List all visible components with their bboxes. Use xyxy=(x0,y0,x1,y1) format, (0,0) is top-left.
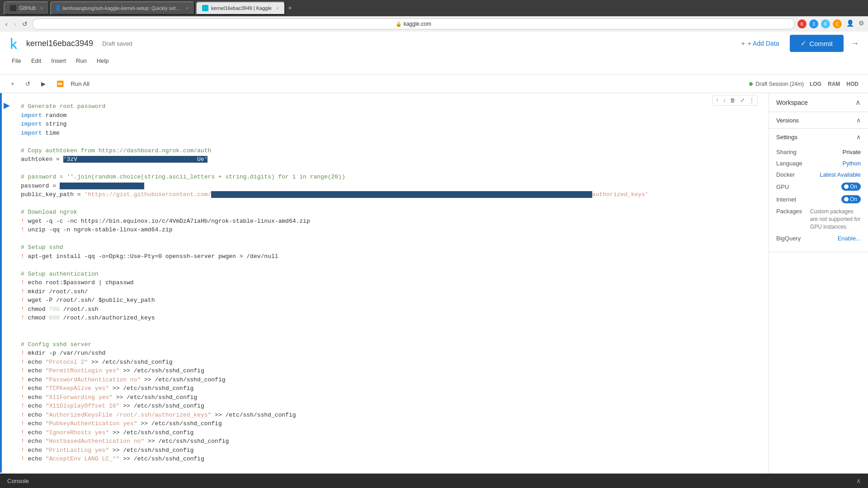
gpu-toggle-dot xyxy=(844,184,849,189)
code-line: ! echo "AuthorizedKeysFile /root/.ssh/au… xyxy=(21,411,761,420)
settings-icon[interactable]: ⚙ xyxy=(859,19,864,28)
menu-help[interactable]: Help xyxy=(92,56,113,66)
code-line xyxy=(21,323,761,332)
gpu-value: On xyxy=(850,183,857,190)
fast-forward-button[interactable]: ⏩ xyxy=(53,79,67,89)
code-editor[interactable]: # Generate root password import random i… xyxy=(14,97,769,469)
console-bar[interactable]: Console ∧ xyxy=(0,474,868,488)
tab-article[interactable]: lamhoangtung/ssh-kaggle-kernel-setup: Qu… xyxy=(50,1,195,15)
ext-icon-2[interactable]: 3 xyxy=(809,19,818,28)
log-button[interactable]: LOG xyxy=(807,80,824,89)
internet-toggle-dot xyxy=(844,197,849,202)
profile-icon[interactable]: 👤 xyxy=(846,19,854,28)
internet-toggle[interactable]: On xyxy=(841,195,861,203)
versions-toggle-icon: ∧ xyxy=(856,117,861,124)
bigquery-value[interactable]: Enable... xyxy=(838,235,861,242)
code-line: # Download ngrok xyxy=(21,208,761,217)
cell-container: ↑ ↓ 🗑 ⤢ ⋮ ▶ # Generate root password imp… xyxy=(0,93,769,473)
code-line xyxy=(21,235,761,244)
add-cell-button[interactable]: + xyxy=(7,79,18,89)
code-line: ! wget -P /root/.ssh/ $public_key_path xyxy=(21,296,761,305)
new-tab-button[interactable]: + xyxy=(286,3,294,13)
refresh-button[interactable]: ↺ xyxy=(22,79,34,89)
run-all-button[interactable]: Run All xyxy=(71,80,90,87)
sharing-value: Private xyxy=(843,149,861,155)
menu-insert[interactable]: Insert xyxy=(47,56,71,66)
ram-button[interactable]: RAM xyxy=(826,80,842,89)
code-line: import time xyxy=(21,129,761,138)
ext-icon-1[interactable]: K xyxy=(797,19,807,28)
code-line xyxy=(21,137,761,146)
code-line xyxy=(21,164,761,173)
code-line: authtoken = '3zV Ue' xyxy=(21,155,761,164)
code-cell: ▶ # Generate root password import random… xyxy=(0,97,769,469)
tab-github[interactable]: GitHub × xyxy=(4,1,49,15)
main-content: ↑ ↓ 🗑 ⤢ ⋮ ▶ # Generate root password imp… xyxy=(0,93,868,474)
settings-section-header[interactable]: Settings ∧ xyxy=(769,129,868,145)
tab-kernel-label: kernel16ebac3949 | Kaggle xyxy=(211,5,272,11)
bigquery-label: BigQuery xyxy=(776,235,838,242)
forward-button[interactable]: › xyxy=(12,19,18,28)
docker-value: Latest Available xyxy=(820,171,861,178)
bigquery-row: BigQuery Enable... xyxy=(776,235,861,242)
internet-label: Internet xyxy=(776,196,841,203)
workspace-collapse-button[interactable]: ∧ xyxy=(855,98,861,107)
address-bar[interactable]: 🔒 kaggle.com xyxy=(32,19,795,29)
draft-status: Draft saved xyxy=(102,40,132,47)
docker-label: Docker xyxy=(776,171,820,178)
tab-kernel-close[interactable]: × xyxy=(276,6,279,11)
workspace-panel-header: Workspace ∧ xyxy=(769,93,868,112)
add-data-button[interactable]: + + Add Data xyxy=(736,36,784,51)
code-line: # Generate root password xyxy=(21,102,761,111)
internet-value: On xyxy=(850,196,857,202)
code-line: ! echo "X11DisplayOffset 10" >> /etc/ssh… xyxy=(21,402,761,411)
ext-icon-3[interactable]: K xyxy=(821,19,830,28)
commit-button[interactable]: ✓ Commit xyxy=(790,35,844,52)
code-line: ! chmod 700 /root/.ssh xyxy=(21,305,761,314)
code-line xyxy=(21,331,761,340)
settings-content: Sharing Private Language Python Docker L… xyxy=(769,145,868,252)
gpu-toggle-on: On xyxy=(841,183,861,191)
tab-kernel[interactable]: kernel16ebac3949 | Kaggle × xyxy=(196,1,285,15)
code-line: import string xyxy=(21,120,761,129)
packages-row: Packages Custom packages are not support… xyxy=(776,208,861,230)
browser-extensions: K 3 K C 👤 ⚙ xyxy=(797,19,864,28)
menu-file[interactable]: File xyxy=(7,56,26,66)
plus-icon: + xyxy=(11,80,14,87)
code-line: # Setup sshd xyxy=(21,243,761,252)
reload-button[interactable]: ↺ xyxy=(20,19,29,28)
code-line: ! echo "PubkeyAuthentication yes" >> /et… xyxy=(21,419,761,428)
code-line: ! echo "X11Forwarding yes" >> /etc/ssh/s… xyxy=(21,393,761,402)
hod-button[interactable]: HOD xyxy=(844,80,861,89)
toolbar: + ↺ ▶ ⏩ Run All Draft Session (24m) LOG … xyxy=(0,75,868,93)
console-toggle-icon: ∧ xyxy=(856,477,861,484)
tab-github-close[interactable]: × xyxy=(40,6,43,11)
code-line: ! echo "PasswordAuthentication no" >> /e… xyxy=(21,375,761,385)
editor-area[interactable]: ↑ ↓ 🗑 ⤢ ⋮ ▶ # Generate root password imp… xyxy=(0,93,769,474)
browser-tabs: GitHub × lamhoangtung/ssh-kaggle-kernel-… xyxy=(0,0,868,16)
ext-icon-4[interactable]: C xyxy=(833,19,842,28)
tab-github-label: GitHub xyxy=(19,5,36,11)
code-line: ! echo "IgnoreRhosts yes" >> /etc/ssh/ss… xyxy=(21,428,761,437)
code-line: ! apt-get install -qq -o=Dpkg::Use-Pty=0… xyxy=(21,252,761,261)
menu-edit[interactable]: Edit xyxy=(27,56,46,66)
sidebar-pin-button[interactable]: → xyxy=(849,37,861,50)
app-container: kernel16ebac3949 Draft saved + + Add Dat… xyxy=(0,32,868,488)
checkmark-icon: ✓ xyxy=(801,39,807,47)
docker-row: Docker Latest Available xyxy=(776,171,861,178)
cell-controls: ▶ xyxy=(0,97,14,469)
versions-section-header[interactable]: Versions ∧ xyxy=(769,112,868,128)
add-data-label: + Add Data xyxy=(748,40,779,47)
run-cell-button[interactable]: ▶ xyxy=(4,100,10,110)
code-line: ! mkdir -p /var/run/sshd xyxy=(21,349,761,358)
browser-toolbar: ‹ › ↺ 🔒 kaggle.com K 3 K C 👤 ⚙ xyxy=(0,16,868,32)
run-button[interactable]: ▶ xyxy=(38,79,49,89)
internet-row: Internet On xyxy=(776,195,861,203)
packages-note: Custom packages are not supported for GP… xyxy=(810,208,861,230)
tab-article-close[interactable]: × xyxy=(186,6,189,11)
gpu-toggle[interactable]: On xyxy=(841,183,861,191)
language-row: Language Python xyxy=(776,160,861,167)
workspace-title: Workspace xyxy=(776,99,855,106)
menu-run[interactable]: Run xyxy=(71,56,91,66)
back-button[interactable]: ‹ xyxy=(4,19,9,28)
